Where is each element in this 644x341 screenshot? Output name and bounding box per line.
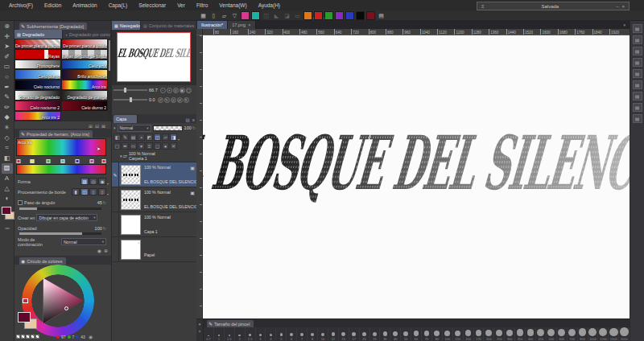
material-panel-icon-7[interactable]: ▤ bbox=[633, 92, 642, 101]
rotate-right-icon[interactable]: ↻ bbox=[164, 97, 170, 103]
register-settings-icon[interactable]: ◉ bbox=[97, 248, 101, 253]
gradient-stop[interactable] bbox=[47, 159, 51, 163]
gradient-preset[interactable]: Arco iris bbox=[61, 80, 108, 90]
lasso-tool[interactable]: ○ bbox=[2, 72, 13, 83]
tab-degradado[interactable]: ▨ Degradado bbox=[14, 30, 63, 39]
brush-size-200[interactable]: 200 bbox=[484, 327, 494, 341]
brush-size-17[interactable]: 17 bbox=[349, 327, 360, 341]
canvas[interactable]: EL BOSQUE DEL SILENCIO bbox=[203, 35, 630, 318]
ruler-layer-icon[interactable]: ▱▾ bbox=[162, 134, 169, 141]
edge-extend-button[interactable]: ▯▾ bbox=[98, 188, 106, 195]
edge-reverse-button[interactable]: ◫ bbox=[80, 188, 89, 195]
brush-size-1.5[interactable]: 1.5 bbox=[225, 327, 235, 341]
close-tab-icon[interactable]: × bbox=[248, 23, 251, 27]
fit-screen-icon[interactable]: ▣ bbox=[180, 88, 185, 93]
brush-size-700[interactable]: 700 bbox=[568, 327, 578, 341]
layer-blend-dropdown[interactable]: Normal ▾ bbox=[118, 125, 151, 132]
transparent-color-icon[interactable]: ≈≈ bbox=[0, 226, 14, 231]
brush-size-30[interactable]: 30 bbox=[380, 327, 390, 341]
new-raster-layer-icon[interactable]: ▢ bbox=[114, 142, 121, 150]
move-tool[interactable]: ✛ bbox=[2, 32, 13, 43]
brush-size-5[interactable]: 5 bbox=[276, 327, 287, 341]
menu-edicin[interactable]: Edición bbox=[39, 2, 67, 8]
zoom-in-icon[interactable]: + bbox=[167, 88, 172, 93]
stepper-icon[interactable]: ↻ bbox=[192, 125, 196, 130]
brush-size-100[interactable]: 100 bbox=[443, 327, 453, 341]
flip-vertical-icon[interactable]: ⇅ bbox=[184, 97, 189, 103]
menu-ventanaw[interactable]: Ventana(W) bbox=[213, 2, 252, 8]
brush-size-800[interactable]: 800 bbox=[578, 327, 588, 341]
layer-row-capa-1[interactable]: 100 % NormalCapa 1 bbox=[112, 212, 197, 237]
window-menu-icon[interactable]: ≡ bbox=[480, 4, 486, 9]
rotate-left-icon[interactable]: ↺ bbox=[158, 97, 163, 103]
shape-circle-button[interactable]: ◎ bbox=[89, 178, 97, 185]
history-swatch-5[interactable] bbox=[35, 335, 39, 339]
zoom-tool[interactable]: ⊕ bbox=[2, 22, 13, 32]
layer-color-icon[interactable]: ◨▾ bbox=[170, 134, 177, 141]
flip-horizontal-icon[interactable]: ⇄ bbox=[177, 97, 183, 103]
gradient-preset[interactable]: Rayas del color de fondo bbox=[61, 49, 108, 60]
blend-mode-dropdown[interactable]: Normal ▾ bbox=[61, 238, 106, 245]
brush-size-1500[interactable]: 1500 bbox=[609, 327, 619, 341]
collapse-panel-icon[interactable]: ▾ bbox=[199, 322, 201, 327]
gradient-preset[interactable]: Arco iris 2 bbox=[14, 111, 61, 121]
text-tool[interactable]: A bbox=[2, 174, 13, 184]
tab-ilustracion[interactable]: Ilustración* bbox=[197, 21, 228, 29]
gradient-preview[interactable]: Arco iris ➤ bbox=[16, 138, 106, 156]
color-set-darkred[interactable] bbox=[366, 11, 375, 20]
close-button[interactable]: × bbox=[620, 4, 626, 9]
import-subtool-icon[interactable]: ⊞ bbox=[89, 123, 93, 129]
export-icon[interactable]: ▽▾ bbox=[230, 11, 239, 20]
airbrush-tool[interactable]: ◆ bbox=[2, 113, 13, 123]
angle-checkbox[interactable] bbox=[18, 200, 23, 205]
merge-to-lower-icon[interactable]: ≡ bbox=[146, 142, 153, 150]
brush-size-500[interactable]: 500 bbox=[547, 327, 557, 341]
gradient-preset[interactable]: Brillo anochecer bbox=[61, 69, 108, 80]
layer-row-carpeta-1[interactable]: ▾▱100 % NormalCarpeta 1 bbox=[112, 150, 197, 162]
color-set-red[interactable]: ▾ bbox=[314, 11, 323, 20]
gradient-stop[interactable] bbox=[61, 159, 65, 163]
gradient-preset[interactable]: De primer plano a fondo bbox=[61, 39, 108, 49]
reference-layer-icon[interactable]: ✎ bbox=[122, 134, 129, 141]
menu-ver[interactable]: Ver bbox=[171, 2, 191, 8]
shape-line-button[interactable]: ▨ bbox=[80, 178, 89, 185]
blend-tool[interactable]: ≈ bbox=[2, 143, 13, 154]
menu-capal[interactable]: Capa(L) bbox=[103, 2, 133, 8]
brush-size-120[interactable]: 120 bbox=[453, 327, 464, 341]
edge-repeat-button[interactable]: ▮ bbox=[72, 188, 80, 195]
draft-layer-icon[interactable]: ▤ bbox=[130, 134, 137, 141]
material-panel-icon-8[interactable]: ▤ bbox=[633, 103, 642, 112]
foreground-color-swatch[interactable] bbox=[2, 207, 11, 215]
layer-thumbnail[interactable] bbox=[121, 190, 141, 210]
gradient-preset[interactable]: De primer plano a transp bbox=[14, 39, 61, 49]
gradient-preset[interactable]: Cielo diurno 2 bbox=[61, 101, 108, 111]
gradient-preset[interactable]: Rayas bbox=[14, 49, 61, 60]
gradient-stop[interactable] bbox=[31, 159, 35, 163]
brush-size-7[interactable]: 7 bbox=[297, 327, 308, 341]
gradient-preset[interactable]: Cielo nocturno bbox=[14, 80, 61, 90]
history-swatch-3[interactable] bbox=[26, 335, 30, 339]
history-swatch-2[interactable] bbox=[21, 335, 25, 339]
color-set-orange[interactable]: ▾ bbox=[303, 11, 312, 20]
navigator-preview[interactable]: EL BOSQUE DEL SILENCIO bbox=[112, 30, 197, 85]
brush-size-2[interactable]: 2 bbox=[235, 327, 246, 341]
brush-size-450[interactable]: 450 bbox=[536, 327, 547, 341]
actual-pixels-icon[interactable]: ▢ bbox=[186, 88, 192, 93]
zoom-reset-icon[interactable]: ◎ bbox=[173, 88, 179, 93]
brush-size-600[interactable]: 600 bbox=[557, 327, 568, 341]
brush-size-15[interactable]: 15 bbox=[339, 327, 349, 341]
close-panel-icon[interactable]: × bbox=[199, 329, 201, 334]
gradient-preset[interactable]: Cielo nocturno 2 bbox=[14, 101, 61, 111]
color-set-teal[interactable] bbox=[251, 11, 260, 20]
brush-size-70[interactable]: 70 bbox=[422, 327, 432, 341]
tablet-icon[interactable]: ▤ bbox=[377, 11, 386, 20]
tab-list-dropdown-icon[interactable]: ▾ bbox=[623, 23, 625, 27]
fill-tool[interactable]: ◧ bbox=[2, 154, 13, 164]
material-panel-icon-6[interactable]: ▤ bbox=[633, 80, 642, 89]
crop-icon[interactable]: ◣ bbox=[272, 11, 281, 20]
clip-to-layer-icon[interactable]: ◧ bbox=[114, 134, 121, 141]
new-vector-layer-icon[interactable]: ✒ bbox=[122, 142, 129, 150]
hue-marker[interactable] bbox=[23, 298, 28, 303]
zoom-out-icon[interactable]: − bbox=[160, 88, 166, 93]
edge-extend-button-dropdown-icon[interactable]: ▾ bbox=[107, 191, 109, 198]
